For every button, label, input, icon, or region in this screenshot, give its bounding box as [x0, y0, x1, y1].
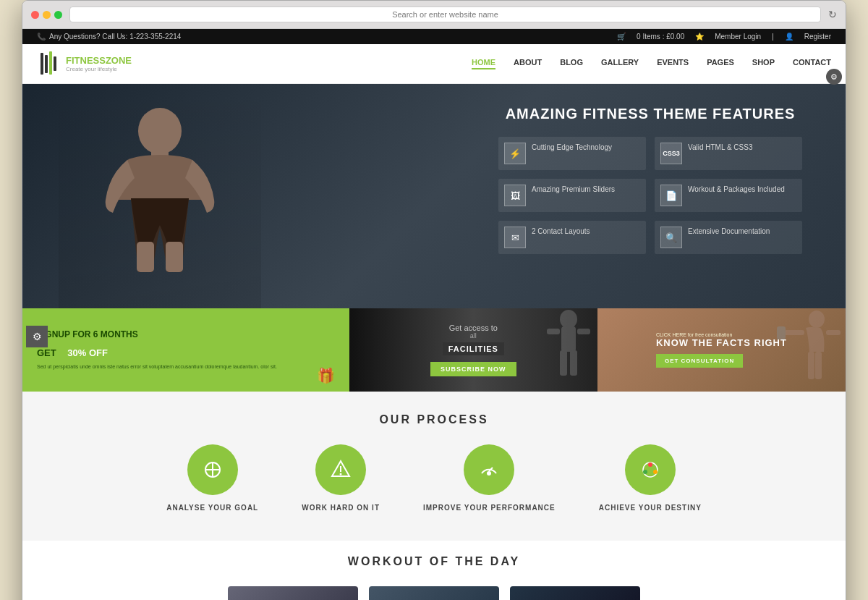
- promo-right-content: CLICK HERE for free consultation KNOW TH…: [649, 325, 794, 376]
- nav-home[interactable]: HOME: [472, 58, 495, 69]
- member-login-link[interactable]: Member Login: [715, 33, 761, 41]
- logo-zone: ZONE: [106, 55, 132, 66]
- process-label-1: ANALYSE YOUR GOAL: [166, 504, 258, 512]
- features-grid: ⚡ Cutting Edge Technology CSS3 Valid HTM…: [498, 137, 802, 254]
- feature-html-css: CSS3 Valid HTML & CSS3: [655, 137, 802, 170]
- svg-point-8: [560, 310, 577, 329]
- register-icon: 👤: [785, 33, 793, 41]
- promo-left: SIGNUP FOR 6 MONTHS GET 30% OFF Sed ut p…: [22, 308, 349, 392]
- feature-docs: 🔍 Extensive Documentation: [655, 221, 802, 254]
- svg-rect-0: [41, 53, 43, 75]
- lightning-icon: ⚡: [504, 143, 526, 164]
- logo: FITNESSZONE Create your lifestyle: [37, 48, 132, 80]
- process-icon-4: [625, 444, 676, 495]
- workout-card-3: [510, 586, 640, 600]
- main-nav: FITNESSZONE Create your lifestyle HOME A…: [22, 44, 846, 84]
- process-icon-3: [464, 444, 514, 495]
- know-facts-headline: KNOW THE FACTS RIGHT: [656, 337, 787, 349]
- process-item-1: ANALYSE YOUR GOAL: [166, 444, 258, 512]
- svg-point-30: [653, 470, 658, 474]
- register-link[interactable]: Register: [804, 33, 831, 41]
- svg-rect-19: [808, 352, 814, 379]
- promo-discount: GET 30% OFF: [37, 339, 335, 360]
- minimize-button[interactable]: [43, 11, 51, 19]
- process-item-4: ACHIEVE YOUR DESTINY: [599, 444, 702, 512]
- svg-rect-13: [570, 350, 577, 376]
- promo-middle: Get access to all FACILITIES SUBSCRIBE N…: [349, 308, 597, 392]
- close-button[interactable]: [31, 11, 39, 19]
- nav-pages[interactable]: PAGES: [707, 58, 734, 69]
- process-title: OUR PROCESS: [37, 413, 831, 426]
- nav-shop[interactable]: SHOP: [752, 58, 775, 69]
- address-bar-text: Search or enter website name: [392, 10, 498, 19]
- feature-text-4: Workout & Packages Included: [688, 185, 785, 195]
- svg-rect-12: [560, 350, 567, 376]
- promo-figure: [540, 308, 597, 392]
- hero-content: AMAZING FITNESS THEME FEATURES ⚡ Cutting…: [498, 106, 802, 254]
- browser-chrome: Search or enter website name ↻: [22, 1, 846, 29]
- feature-cutting-edge: ⚡ Cutting Edge Technology: [498, 137, 646, 170]
- workout-grid: [37, 586, 831, 600]
- subscribe-button[interactable]: SUBSCRIBE NOW: [430, 362, 516, 376]
- css-icon: CSS3: [660, 143, 682, 164]
- promo-all-text: all: [430, 332, 516, 339]
- cart-icon: 🛒: [617, 33, 626, 41]
- cart-text: 0 Items : £0.00: [637, 33, 684, 41]
- process-item-2: WORK HARD ON IT: [302, 444, 380, 512]
- left-settings-button[interactable]: ⚙: [26, 326, 48, 347]
- svg-point-25: [340, 473, 342, 476]
- svg-rect-11: [577, 329, 590, 334]
- process-label-4: ACHIEVE YOUR DESTINY: [599, 504, 702, 512]
- svg-rect-3: [54, 56, 56, 71]
- promo-middle-content: Get access to all FACILITIES SUBSCRIBE N…: [430, 324, 516, 376]
- workout-title: WORKOUT OF THE DAY: [37, 555, 831, 568]
- hero-section: AMAZING FITNESS THEME FEATURES ⚡ Cutting…: [22, 84, 846, 308]
- nav-about[interactable]: ABOUT: [514, 58, 542, 69]
- process-grid: ANALYSE YOUR GOAL WORK HARD ON IT IMPROV…: [37, 444, 831, 512]
- nav-events[interactable]: EVENTS: [657, 58, 689, 69]
- member-icon: ⭐: [695, 33, 704, 41]
- nav-gallery[interactable]: GALLERY: [601, 58, 639, 69]
- logo-icon: [37, 48, 62, 80]
- promo-title: SIGNUP FOR 6 MONTHS: [37, 329, 335, 339]
- search-doc-icon: 🔍: [660, 227, 682, 248]
- hero-title: AMAZING FITNESS THEME FEATURES: [498, 106, 802, 122]
- process-label-3: IMPROVE YOUR PERFORMANCE: [423, 504, 556, 512]
- process-item-3: IMPROVE YOUR PERFORMANCE: [423, 444, 556, 512]
- svg-rect-2: [49, 51, 52, 75]
- svg-point-26: [487, 471, 491, 476]
- workout-card-1: [228, 586, 358, 600]
- workout-card-2: [369, 586, 499, 600]
- doc-icon: 📄: [660, 185, 682, 206]
- top-bar-left: 📞 Any Questions? Call Us: 1-223-355-2214: [37, 33, 181, 41]
- promo-body-text: Sed ut perspiciatis unde omnis iste natu…: [37, 363, 335, 371]
- phone-text: Any Questions? Call Us: 1-223-355-2214: [49, 33, 181, 41]
- feature-contact: ✉ 2 Contact Layouts: [498, 221, 646, 254]
- workout-section: WORKOUT OF THE DAY: [22, 541, 846, 600]
- logo-text: FITNESSZONE Create your lifestyle: [66, 55, 132, 72]
- address-bar[interactable]: Search or enter website name: [69, 7, 821, 22]
- separator: |: [772, 33, 774, 41]
- top-bar: 📞 Any Questions? Call Us: 1-223-355-2214…: [22, 29, 846, 44]
- process-icon-1: [187, 444, 238, 495]
- nav-blog[interactable]: BLOG: [560, 58, 583, 69]
- right-settings-button[interactable]: ⚙: [826, 69, 842, 85]
- promo-get: GET: [37, 347, 56, 358]
- svg-rect-6: [137, 242, 154, 272]
- maximize-button[interactable]: [54, 11, 62, 19]
- website-content: 📞 Any Questions? Call Us: 1-223-355-2214…: [22, 29, 846, 600]
- svg-point-29: [648, 462, 652, 467]
- feature-workout: 📄 Workout & Packages Included: [655, 179, 802, 212]
- svg-point-14: [809, 310, 825, 328]
- phone-icon: 📞: [37, 33, 46, 41]
- feature-sliders: 🖼 Amazing Premium Sliders: [498, 179, 646, 212]
- mail-icon: ✉: [504, 227, 526, 248]
- process-icon-2: [315, 444, 366, 495]
- nav-contact[interactable]: CONTACT: [793, 58, 831, 69]
- reload-button[interactable]: ↻: [828, 9, 837, 20]
- hero-figure: [59, 84, 261, 308]
- consult-button[interactable]: GET CONSULTATION: [656, 354, 743, 368]
- gift-icon: 🎁: [317, 367, 335, 384]
- feature-text-1: Cutting Edge Technology: [532, 143, 612, 153]
- click-here-text: CLICK HERE for free consultation: [656, 332, 787, 337]
